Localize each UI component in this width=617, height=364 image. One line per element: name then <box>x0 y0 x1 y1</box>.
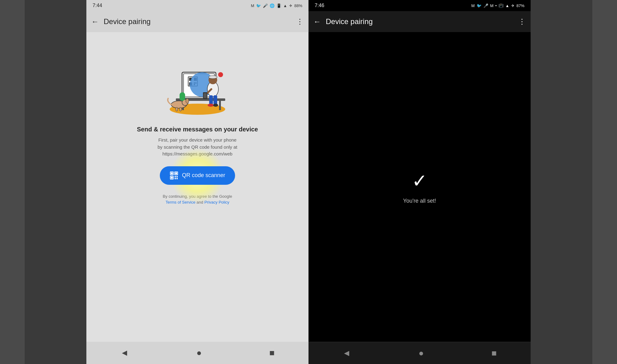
left-status-icons: M 🐦 🎤 🌐 📳 ▲ ✈ 88% <box>251 3 302 8</box>
qr-button-wrapper: QR code scanner <box>160 166 235 185</box>
success-checkmark: ✓ <box>412 170 427 192</box>
main-heading: Send & receive messages on your device <box>137 126 258 133</box>
right-side-panel <box>531 0 592 364</box>
right-dot-icon: • <box>495 3 497 8</box>
mic-icon: 🎤 <box>263 3 268 8</box>
svg-rect-40 <box>176 178 178 179</box>
left-nav-back[interactable]: ◄ <box>120 348 129 358</box>
terms-text: By continuing, you agree to the Google T… <box>163 193 232 205</box>
right-twitter-icon: 🐦 <box>477 3 482 8</box>
svg-rect-12 <box>219 101 221 110</box>
left-content: Send & receive messages on your device F… <box>86 32 308 342</box>
right-gmail-icon: M <box>471 3 475 8</box>
svg-rect-30 <box>180 92 185 101</box>
left-app-bar: ← Device pairing ⋮ <box>86 11 308 32</box>
sub-text-url: https://messages.google.com/web <box>163 151 233 156</box>
sub-text: First, pair your device with your phone … <box>158 137 238 158</box>
terms-and: and <box>197 200 204 205</box>
svg-point-16 <box>209 76 217 79</box>
right-gmail2-icon: M <box>490 3 494 8</box>
left-nav-recents[interactable]: ■ <box>269 348 275 358</box>
svg-rect-34 <box>175 172 177 174</box>
left-nav-home[interactable]: ● <box>197 348 202 358</box>
gmail-icon: M <box>251 3 254 8</box>
svg-rect-37 <box>175 176 176 177</box>
svg-point-29 <box>218 72 223 77</box>
left-status-bar: 7:44 M 🐦 🎤 🌐 📳 ▲ ✈ 88% <box>86 0 308 11</box>
svg-rect-28 <box>180 107 181 111</box>
all-set-text: You're all set! <box>403 198 436 204</box>
right-status-icons: M 🐦 🎤 M • 📳 ▲ ✈ 87% <box>471 3 524 8</box>
left-more-button[interactable]: ⋮ <box>296 17 304 26</box>
battery-left: 88% <box>294 3 302 8</box>
left-app-title: Device pairing <box>104 17 296 26</box>
svg-point-20 <box>213 104 218 107</box>
right-wifi-icon: ▲ <box>505 3 509 8</box>
right-content: ✓ You're all set! <box>308 32 531 342</box>
svg-rect-23 <box>204 93 207 98</box>
left-nav-bar: ◄ ● ■ <box>86 342 308 364</box>
qr-icon <box>170 171 178 180</box>
svg-rect-36 <box>171 177 173 179</box>
right-battery: 87% <box>516 3 524 8</box>
right-more-button[interactable]: ⋮ <box>518 17 526 26</box>
sub-text-line1: First, pair your device with your phone <box>158 137 236 143</box>
right-app-title: Device pairing <box>326 17 518 26</box>
right-mic-icon: 🎤 <box>483 3 488 8</box>
svg-rect-38 <box>176 176 178 177</box>
airplane-icon: ✈ <box>289 3 292 8</box>
right-nav-home[interactable]: ● <box>419 348 424 358</box>
privacy-link[interactable]: Privacy Policy <box>204 200 229 205</box>
svg-point-26 <box>186 98 189 103</box>
right-time: 7:46 <box>315 3 324 8</box>
svg-point-19 <box>208 104 214 107</box>
svg-rect-39 <box>175 178 176 179</box>
right-status-bar: 7:46 M 🐦 🎤 M • 📳 ▲ ✈ 87% <box>308 0 531 11</box>
svg-rect-17 <box>209 95 213 105</box>
svg-rect-18 <box>213 95 217 105</box>
qr-button-label: QR code scanner <box>182 172 225 179</box>
left-phone: 7:44 M 🐦 🎤 🌐 📳 ▲ ✈ 88% ← Device pairing … <box>86 0 308 364</box>
left-back-button[interactable]: ← <box>91 17 99 26</box>
wifi-icon: ▲ <box>283 3 287 8</box>
svg-rect-32 <box>171 172 173 174</box>
right-airplane-icon: ✈ <box>511 3 515 8</box>
terms-link[interactable]: Terms of Service <box>166 200 196 205</box>
right-back-button[interactable]: ← <box>313 17 321 26</box>
right-app-bar: ← Device pairing ⋮ <box>308 11 531 32</box>
pairing-illustration <box>154 38 241 118</box>
qr-scanner-button[interactable]: QR code scanner <box>160 166 235 185</box>
left-side-panel <box>25 0 86 364</box>
svg-rect-27 <box>176 107 178 111</box>
globe-icon: 🌐 <box>270 3 275 8</box>
success-content: ✓ You're all set! <box>403 170 436 204</box>
right-nav-back[interactable]: ◄ <box>342 348 351 358</box>
right-nav-bar: ◄ ● ■ <box>308 342 531 364</box>
twitter-icon: 🐦 <box>256 3 261 8</box>
vibrate-icon: 📳 <box>276 3 281 8</box>
terms-line1: By continuing, you agree to the Google <box>163 194 232 199</box>
right-vibrate-icon: 📳 <box>499 3 503 8</box>
left-time: 7:44 <box>93 3 102 8</box>
phones-container: 7:44 M 🐦 🎤 🌐 📳 ▲ ✈ 88% ← Device pairing … <box>0 0 617 364</box>
sub-text-line2: by scanning the QR code found only at <box>158 144 238 150</box>
right-nav-recents[interactable]: ■ <box>491 348 497 358</box>
right-phone: 7:46 M 🐦 🎤 M • 📳 ▲ ✈ 87% ← Device pairin… <box>308 0 531 364</box>
